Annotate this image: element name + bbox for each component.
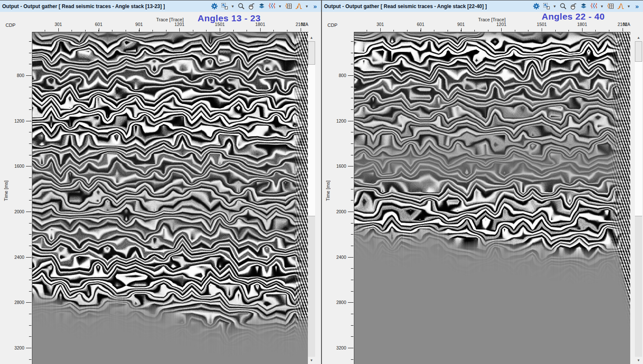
y-minor-tick [351, 200, 353, 201]
y-minor-tick [351, 223, 353, 224]
trace-table-icon[interactable] [284, 3, 292, 10]
trace-table-icon[interactable] [606, 3, 614, 10]
scroll-thumb[interactable] [635, 41, 642, 62]
y-minor-tick [29, 41, 32, 42]
dropdown-caret-icon[interactable]: ▾ [600, 3, 604, 10]
fit-view-arrow-icon[interactable] [543, 3, 550, 10]
y-minor-tick [351, 41, 353, 42]
y-minor-tick [29, 64, 32, 64]
x-tick-label: 1501 [210, 22, 229, 27]
settings-gear-icon[interactable] [210, 3, 218, 10]
x-minor-tick [166, 30, 166, 32]
y-tick-label: 800 [6, 73, 24, 78]
x-major-tick [582, 28, 583, 32]
na-overlap-label: N/A [617, 22, 630, 27]
y-tick-label: 2800 [327, 300, 346, 305]
x-tick-label: 1201 [170, 22, 189, 27]
y-major-tick [26, 166, 32, 166]
more-tools-icon[interactable]: » [311, 3, 319, 10]
y-tick-label: 2800 [6, 300, 24, 305]
y-major-tick [348, 121, 353, 121]
layers-stack-icon[interactable] [258, 3, 265, 10]
x-major-tick [179, 28, 180, 32]
settings-gear-icon[interactable] [532, 3, 540, 10]
x-minor-tick [85, 30, 86, 32]
x-minor-tick [595, 30, 596, 32]
seismic-image[interactable] [354, 32, 630, 364]
x-minor-tick [407, 30, 408, 32]
fit-view-arrow-icon[interactable] [221, 3, 228, 10]
y-minor-tick [351, 280, 353, 280]
y-minor-tick [29, 200, 32, 201]
y-minor-tick [351, 234, 353, 235]
zoom-magnifier-icon[interactable] [559, 3, 567, 10]
scroll-up-button[interactable]: ▲ [308, 34, 315, 41]
y-minor-tick [29, 178, 32, 178]
vertical-scrollbar[interactable]: ▲ ▼ [635, 34, 642, 364]
y-major-tick [26, 257, 32, 258]
x-minor-tick [555, 30, 556, 32]
wiggle-traces-icon[interactable] [268, 3, 276, 10]
y-minor-tick [351, 359, 353, 360]
y-minor-tick [29, 280, 32, 280]
dropdown-caret-icon[interactable]: ▾ [553, 3, 557, 10]
y-minor-tick [29, 98, 32, 98]
scroll-down-button[interactable]: ▼ [308, 357, 315, 364]
mouse-controls-icon[interactable] [569, 3, 577, 10]
y-minor-tick [351, 64, 353, 64]
x-minor-tick [112, 30, 112, 32]
y-tick-label: 1600 [327, 163, 346, 169]
y-minor-tick [29, 53, 32, 53]
seismic-image[interactable] [32, 32, 308, 364]
y-major-tick [26, 348, 32, 348]
amplitude-histogram-icon[interactable] [617, 3, 624, 10]
y-tick-label: 2400 [327, 255, 346, 260]
x-major-tick [380, 28, 381, 32]
x-minor-tick [287, 30, 287, 32]
mouse-controls-icon[interactable] [247, 3, 255, 10]
y-minor-tick [29, 189, 32, 189]
scroll-thumb[interactable] [308, 41, 315, 65]
x-major-tick [501, 28, 502, 32]
dropdown-caret-icon[interactable]: ▾ [231, 3, 235, 10]
y-minor-tick [29, 291, 32, 292]
x-major-tick [623, 28, 623, 32]
window-titlebar[interactable]: Output - Output gather [ Read seismic tr… [322, 0, 643, 12]
window-titlebar[interactable]: Output - Output gather [ Read seismic tr… [0, 0, 321, 12]
cdp-axis-label: CDP [6, 23, 15, 28]
zoom-magnifier-icon[interactable] [237, 3, 245, 10]
dropdown-caret-icon[interactable]: ▾ [627, 3, 631, 10]
y-tick-label: 1200 [6, 118, 24, 123]
scroll-down-button[interactable]: ▼ [635, 357, 642, 364]
x-major-tick [461, 28, 462, 32]
x-major-tick [220, 28, 220, 32]
more-tools-icon[interactable]: » [633, 3, 641, 10]
y-minor-tick [351, 109, 353, 110]
wiggle-traces-icon[interactable] [590, 3, 597, 10]
scroll-track-lower[interactable] [308, 216, 315, 357]
y-major-tick [348, 302, 353, 303]
x-tick-label: 1801 [251, 22, 270, 27]
y-minor-tick [351, 246, 353, 246]
y-minor-tick [351, 53, 353, 53]
amplitude-histogram-icon[interactable] [295, 3, 302, 10]
y-major-tick [26, 212, 32, 212]
y-minor-tick [351, 143, 353, 144]
seismic-viewer-window: Output - Output gather [ Read seismic tr… [321, 0, 643, 364]
x-tick-label: 601 [89, 22, 108, 27]
y-minor-tick [351, 132, 353, 132]
x-minor-tick [393, 30, 394, 32]
vertical-scrollbar[interactable]: ▲ ▼ [308, 34, 315, 364]
layers-stack-icon[interactable] [580, 3, 587, 10]
y-tick-label: 1600 [6, 163, 24, 169]
y-minor-tick [351, 325, 353, 326]
dropdown-caret-icon[interactable]: ▾ [278, 3, 282, 10]
y-tick-label: 1200 [327, 118, 346, 123]
dropdown-caret-icon[interactable]: ▾ [305, 3, 309, 10]
y-major-tick [348, 257, 353, 258]
scroll-up-button[interactable]: ▲ [635, 34, 642, 41]
y-tick-label: 3200 [327, 345, 346, 350]
scroll-track-lower[interactable] [635, 216, 642, 357]
x-minor-tick [367, 30, 367, 32]
x-minor-tick [45, 30, 45, 32]
